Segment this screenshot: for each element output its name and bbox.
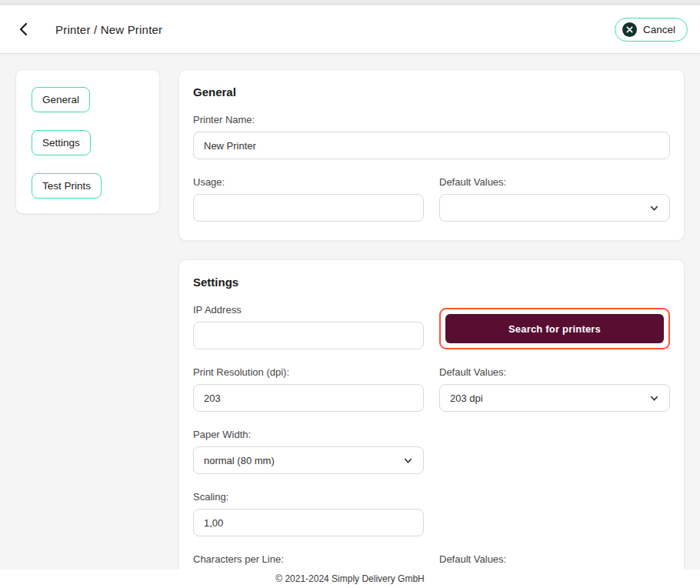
sidebar-item-test-prints[interactable]: Test Prints [32, 173, 102, 199]
general-default-values-label: Default Values: [439, 176, 670, 188]
ip-address-input[interactable] [193, 322, 424, 349]
sidebar-item-settings[interactable]: Settings [32, 130, 91, 155]
printer-name-field-group: Printer Name: [193, 114, 670, 159]
general-default-values-field-group: Default Values: [439, 176, 670, 222]
general-default-values-select[interactable] [439, 194, 670, 222]
scaling-label: Scaling: [193, 491, 424, 503]
chevron-down-icon [403, 456, 413, 466]
sidebar-nav-card: General Settings Test Prints [15, 69, 160, 214]
paper-width-label: Paper Width: [193, 429, 424, 440]
copyright-text: © 2021-2024 Simply Delivery GmbH [275, 573, 425, 584]
back-button[interactable] [12, 18, 35, 41]
window-top-strip [0, 0, 700, 5]
footer-bar: © 2021-2024 Simply Delivery GmbH [0, 570, 700, 588]
settings-section-title: Settings [193, 276, 670, 289]
paper-width-selected: normal (80 mm) [204, 455, 275, 466]
circle-x-icon [622, 22, 637, 37]
paper-width-field-group: Paper Width: normal (80 mm) [193, 429, 424, 474]
chars-defaults-label: Default Values: [439, 553, 670, 565]
page-title: Printer / New Printer [55, 23, 162, 36]
general-section-card: General Printer Name: Usage: Default Val… [178, 69, 685, 241]
usage-input[interactable] [193, 194, 424, 222]
scaling-spacer [439, 491, 670, 536]
chevron-down-icon [649, 203, 659, 213]
usage-label: Usage: [193, 176, 424, 188]
sidebar-item-general[interactable]: General [32, 87, 90, 112]
general-section-title: General [193, 85, 670, 99]
header-bar: Printer / New Printer Cancel [0, 5, 700, 54]
settings-section-card: Settings IP Address Search for printers … [178, 259, 685, 588]
cancel-button-label: Cancel [643, 24, 675, 35]
paper-width-select[interactable]: normal (80 mm) [193, 446, 424, 474]
chevron-left-icon [16, 22, 32, 37]
print-resolution-label: Print Resolution (dpi): [193, 366, 424, 378]
chevron-down-icon [649, 393, 659, 403]
print-resolution-field-group: Print Resolution (dpi): [193, 366, 424, 412]
resolution-defaults-field-group: Default Values: 203 dpi [439, 366, 670, 412]
ip-address-field-group: IP Address [193, 304, 424, 349]
chars-per-line-label: Characters per Line: [193, 553, 424, 565]
ip-address-label: IP Address [193, 304, 424, 316]
print-resolution-input[interactable] [193, 384, 424, 412]
paper-width-spacer [439, 429, 670, 474]
resolution-defaults-label: Default Values: [439, 366, 670, 378]
resolution-defaults-select[interactable]: 203 dpi [439, 384, 670, 412]
search-printers-highlight-outline: Search for printers [439, 308, 670, 349]
usage-field-group: Usage: [193, 176, 424, 222]
cancel-button[interactable]: Cancel [615, 18, 688, 42]
content-area: General Settings Test Prints General Pri… [0, 54, 700, 588]
printer-name-input[interactable] [193, 132, 670, 159]
resolution-defaults-selected: 203 dpi [450, 393, 483, 404]
scaling-field-group: Scaling: [193, 491, 424, 536]
scaling-input[interactable] [193, 509, 424, 536]
main-column: General Printer Name: Usage: Default Val… [178, 69, 685, 588]
search-for-printers-button[interactable]: Search for printers [445, 314, 664, 343]
printer-name-label: Printer Name: [193, 114, 670, 125]
